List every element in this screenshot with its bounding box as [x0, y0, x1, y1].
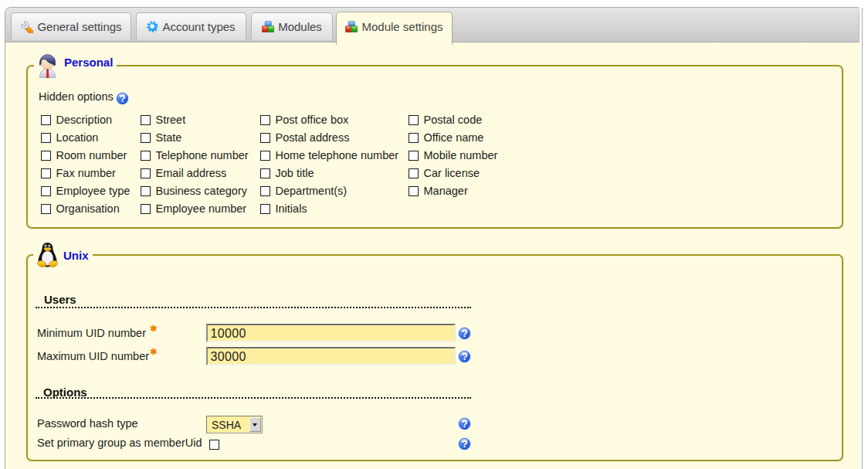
svg-text:?: ?	[120, 93, 126, 104]
svg-text:?: ?	[462, 418, 468, 430]
svg-text:?: ?	[462, 351, 468, 362]
svg-text:?: ?	[462, 328, 468, 339]
svg-text:?: ?	[462, 438, 468, 450]
